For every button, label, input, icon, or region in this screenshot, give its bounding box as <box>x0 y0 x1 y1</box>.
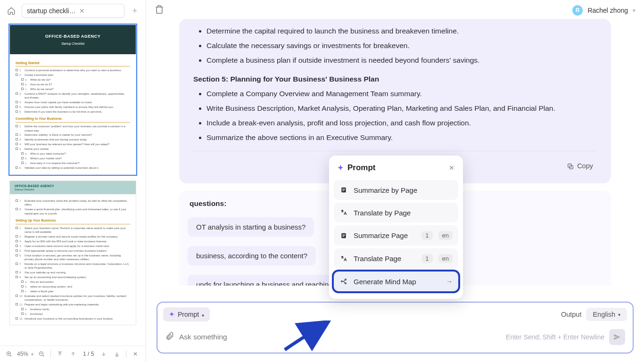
prompt-popover: ✦ Prompt ✕ Summarize by Page Translate b… <box>329 156 463 299</box>
send-button[interactable] <box>609 329 625 345</box>
thumb-section-heading: Committing to Your Business <box>16 116 130 123</box>
chevron-down-icon: ▾ <box>618 312 620 317</box>
thumb-hero-subtitle: Startup Checklist <box>14 41 132 46</box>
thumb-list-2: 1.Define the customer 'problem' and how … <box>16 124 130 170</box>
top-bar: R Rachel zhong ▾ <box>146 0 644 19</box>
prompt-option-summarize-page[interactable]: Summarize Page 1 en <box>334 225 458 246</box>
thumb-hero: OFFICE-BASED AGENCY Startup Checklist <box>10 25 136 54</box>
last-page-button[interactable] <box>112 349 122 359</box>
thumb-header: OFFICE-BASED AGENCY Startup Checklist <box>10 181 136 195</box>
bullet-item: Calculate the necessary savings or inves… <box>206 40 597 52</box>
prompt-chip-button[interactable]: ✦ Prompt ▴ <box>163 307 210 321</box>
prompt-option-generate-mind-map[interactable]: Generate Mind Map → <box>334 272 458 291</box>
svg-rect-11 <box>342 236 344 237</box>
chat-input[interactable] <box>179 333 501 341</box>
svg-rect-6 <box>342 189 345 190</box>
lang-badge: en <box>438 254 453 263</box>
prev-page-button[interactable] <box>68 349 78 359</box>
right-panel: R Rachel zhong ▾ Determine the capital r… <box>146 0 644 362</box>
page-indicator: 1 / 5 <box>81 351 96 357</box>
next-page-button[interactable] <box>99 349 109 359</box>
translate-icon <box>339 208 348 217</box>
bullet-item: Complete a business plan if outside inve… <box>206 55 597 66</box>
bullet-item: Complete a Company Overview and Manageme… <box>206 88 597 100</box>
popover-close-button[interactable]: ✕ <box>449 164 454 172</box>
new-tab-button[interactable]: + <box>128 4 141 18</box>
thumbnail-strip[interactable]: OFFICE-BASED AGENCY Startup Checklist Ge… <box>0 22 146 346</box>
callout-arrow-icon <box>281 321 333 354</box>
page-thumbnail-1[interactable]: OFFICE-BASED AGENCY Startup Checklist Ge… <box>9 25 136 175</box>
prompt-option-translate-page[interactable]: Translate Page 1 en <box>334 248 458 269</box>
sparkle-icon: ✦ <box>169 310 175 319</box>
suggested-question[interactable]: OT analysis in starting a business? <box>188 217 314 237</box>
avatar: R <box>572 5 583 16</box>
trash-icon <box>155 5 164 14</box>
copy-icon <box>567 163 574 170</box>
paperclip-icon <box>165 331 174 341</box>
output-label: Output <box>561 311 582 318</box>
page-badge: 1 <box>421 254 432 263</box>
zoom-bar: 45% ▾ 1 / 5 ✕ <box>0 346 146 362</box>
mindmap-icon <box>339 277 348 286</box>
thumb-hero-title: OFFICE-BASED AGENCY <box>14 33 132 40</box>
translate-icon <box>339 255 348 263</box>
zoom-level: 45% <box>17 351 28 357</box>
bullet-item: Determine the capital required to launch… <box>206 25 597 37</box>
thumb-section-heading: Getting Started <box>16 61 130 67</box>
svg-point-14 <box>345 283 347 284</box>
arrow-right-icon: → <box>446 278 453 285</box>
user-name: Rachel zhong <box>587 7 628 14</box>
prompt-option-translate-by-page[interactable]: Translate by Page <box>334 203 458 222</box>
user-menu[interactable]: R Rachel zhong ▾ <box>572 5 636 16</box>
svg-rect-5 <box>342 189 345 189</box>
copy-button[interactable]: Copy <box>567 161 593 172</box>
attach-button[interactable] <box>165 331 174 343</box>
suggested-question[interactable]: business, according to the content? <box>188 246 316 265</box>
prompt-option-summarize-by-page[interactable]: Summarize by Page <box>334 180 458 200</box>
thumb-list-1: 1.Conduct a personal evaluation to deter… <box>16 68 130 114</box>
page-badge: 1 <box>421 231 432 240</box>
sparkle-icon: ✦ <box>338 164 344 172</box>
section-heading: Section 5: Planning for Your Business' B… <box>193 74 597 85</box>
bullet-item: Summarize the above sections in an Execu… <box>206 132 597 144</box>
svg-rect-7 <box>342 190 344 191</box>
popover-title: Prompt <box>347 163 376 173</box>
home-icon <box>7 7 16 15</box>
zoom-out-button[interactable] <box>36 349 47 359</box>
delete-button[interactable] <box>155 5 164 16</box>
chevron-down-icon: ▾ <box>633 8 636 14</box>
tab-bar: startup checkli… ✕ + <box>0 0 146 22</box>
bullet-item: Include a break-even analysis, profit an… <box>206 117 597 129</box>
svg-rect-9 <box>342 234 345 235</box>
document-tab[interactable]: startup checkli… ✕ <box>22 4 124 18</box>
svg-point-12 <box>341 281 343 282</box>
chat-input-container: ✦ Prompt ▴ Output English ▾ Enter Send; … <box>157 302 634 354</box>
close-tab-button[interactable]: ✕ <box>79 7 85 15</box>
tab-title: startup checkli… <box>27 7 75 15</box>
close-panel-button[interactable]: ✕ <box>130 349 140 359</box>
thumb-section-heading: Setting Up Your Business <box>16 218 130 224</box>
send-icon <box>613 333 621 341</box>
document-icon <box>339 186 348 194</box>
left-panel: startup checkli… ✕ + OFFICE-BASED AGENCY… <box>0 0 146 362</box>
lang-badge: en <box>438 231 453 240</box>
bullet-item: Write Business Description, Market Analy… <box>206 103 597 115</box>
svg-rect-10 <box>342 235 345 236</box>
home-button[interactable] <box>5 4 18 17</box>
page-thumbnail-2[interactable]: OFFICE-BASED AGENCY Startup Checklist 7.… <box>9 181 136 326</box>
output-language-select[interactable]: English ▾ <box>586 308 627 321</box>
zoom-in-button[interactable] <box>4 349 14 359</box>
svg-point-13 <box>345 279 347 280</box>
first-page-button[interactable] <box>55 349 65 359</box>
chevron-up-icon: ▴ <box>202 312 204 317</box>
document-icon <box>339 231 348 240</box>
input-hint: Enter Send; Shift + Enter Newline <box>506 333 604 341</box>
